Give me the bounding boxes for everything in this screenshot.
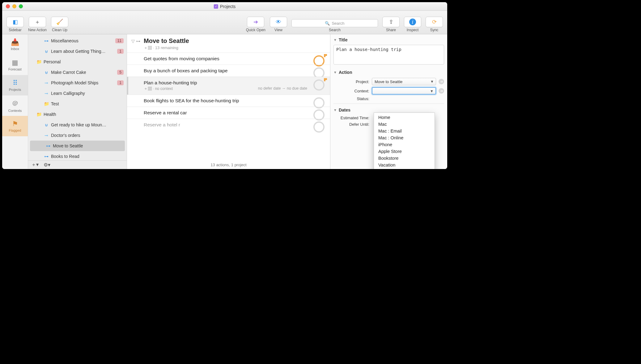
eye-icon: 👁 [276, 19, 281, 25]
sequential-icon: ⊶ [44, 38, 49, 43]
sidebar-list[interactable]: ⊶Miscellaneous11⊍Learn about Getting Thi… [28, 34, 127, 160]
sidebar-item[interactable]: ⊶Move to Seattle [30, 141, 125, 151]
sidebar-item[interactable]: ⊍Learn about Getting Thing…1 [28, 46, 127, 57]
chevron-down-icon: ▼ [430, 89, 434, 93]
sidebar-item-label: Photograph Model Ships [51, 80, 115, 85]
sidebar-item-label: Make Carrot Cake [51, 70, 115, 75]
zoom-window-button[interactable] [19, 4, 23, 8]
task-title: Buy a bunch of boxes and packing tape [144, 68, 325, 74]
dropdown-option[interactable]: Mac : Online [374, 134, 435, 141]
sidebar-item[interactable]: ⊍Get ready to hike up Moun… [28, 120, 127, 130]
dropdown-option[interactable]: Mac [374, 121, 435, 128]
toolbar-label: View [274, 28, 282, 32]
view-button[interactable]: 👁 [270, 17, 287, 27]
task-row[interactable]: Get quotes from moving companies [127, 53, 330, 65]
sidebar-toggle-button[interactable]: ◧ [6, 17, 24, 27]
folder-icon: 📁 [36, 112, 42, 117]
perspective-inbox[interactable]: 📥Inbox [2, 34, 28, 55]
dropdown-option[interactable]: Mac : Email [374, 128, 435, 134]
project-title[interactable]: Move to Seattle [144, 37, 325, 44]
quick-open-button[interactable]: ➔ [247, 17, 264, 27]
sidebar-icon: ◧ [13, 19, 18, 25]
status-bar: 13 actions, 1 project [127, 161, 330, 168]
outline-header: ▽ ⊶ Move to Seattle ＋▦ · 13 remaining [127, 34, 330, 53]
disclosure-controls[interactable]: ▽ ⊶ [131, 39, 140, 44]
app-icon: ✓ [214, 4, 218, 9]
sidebar-item[interactable]: 📁Test [28, 99, 127, 109]
task-row[interactable]: Book flights to SEA for the house-huntin… [127, 95, 330, 107]
share-button[interactable]: ⇪ [382, 17, 400, 27]
toolbar-label: Inspect [407, 28, 419, 32]
broom-icon: 🧹 [56, 19, 63, 25]
dropdown-option[interactable]: Bookstore [374, 155, 435, 162]
sidebar-item[interactable]: ⊸Learn Calligraphy [28, 88, 127, 99]
sidebar-item-label: Test [51, 101, 124, 106]
title-field[interactable] [333, 45, 444, 65]
parallel-icon: ⊍ [44, 49, 49, 54]
dropdown-option[interactable]: Vacation [374, 162, 435, 168]
contexts-icon: ＠ [12, 99, 19, 108]
goto-context-button[interactable]: ➜ [439, 88, 444, 94]
new-action-button[interactable]: ＋ [29, 17, 46, 27]
context-row: Context: ▼ ➜ [333, 87, 444, 95]
parallel-icon: ⊍ [44, 70, 49, 75]
dropdown-option[interactable]: Apple Store [374, 148, 435, 155]
task-row[interactable]: Plan a house-hunting trip＋▦ · no context… [127, 77, 330, 95]
parallel-icon: ⊍ [44, 122, 49, 127]
sidebar-item-label: Doctor's orders [51, 133, 124, 138]
minimize-window-button[interactable] [12, 4, 16, 8]
goto-project-button[interactable]: ➜ [439, 79, 444, 84]
toolbar-label: Share [386, 28, 396, 32]
sidebar-item-label: Move to Seattle [53, 143, 122, 148]
close-window-button[interactable] [6, 4, 10, 8]
sidebar-item[interactable]: ⊸Photograph Model Ships1 [28, 78, 127, 88]
perspective-projects[interactable]: ⠿Projects [2, 75, 28, 95]
context-combo[interactable]: ▼ [372, 87, 436, 95]
search-placeholder: Search [332, 21, 344, 26]
task-row[interactable]: Buy a bunch of boxes and packing tape [127, 65, 330, 77]
project-combo[interactable]: Move to Seattle▼ [372, 78, 436, 85]
add-menu-button[interactable]: ＋▾ [31, 162, 39, 168]
sidebar-item[interactable]: ⊍Make Carrot Cake5 [28, 67, 127, 78]
task-title: Book flights to SEA for the house-huntin… [144, 98, 325, 104]
count-badge: 5 [117, 70, 124, 75]
sync-button[interactable]: ⟳ [426, 17, 443, 27]
context-input[interactable] [375, 89, 429, 93]
sidebar-item-label: Learn about Getting Thing… [51, 49, 115, 54]
perspective-forecast[interactable]: ▦Forecast [2, 55, 28, 75]
task-meta: ＋▦ · no contextno defer date → no due da… [144, 86, 325, 91]
action-section-header[interactable]: ▼Action [333, 69, 444, 76]
search-icon: 🔍 [325, 21, 330, 26]
task-row[interactable]: Reserve a rental car [127, 107, 330, 119]
window-controls [2, 4, 23, 8]
sidebar-item[interactable]: 📁Health [28, 109, 127, 120]
project-label: Project: [333, 79, 369, 84]
count-badge: 11 [115, 38, 124, 43]
sequential-icon: ⊶ [44, 154, 49, 159]
share-icon: ⇪ [389, 19, 393, 25]
inspect-button[interactable]: i [404, 17, 421, 27]
dropdown-option[interactable]: iPhone [374, 141, 435, 148]
context-dropdown[interactable]: HomeMacMac : EmailMac : OnlineiPhoneAppl… [374, 112, 435, 169]
context-label: Context: [333, 89, 369, 93]
perspective-flagged[interactable]: ⚑Flagged [2, 116, 28, 136]
dropdown-option[interactable]: Home [374, 114, 435, 121]
title-section-header[interactable]: ▼Title [333, 36, 444, 44]
sidebar-item[interactable]: ⊶Miscellaneous11 [28, 36, 127, 46]
status-circle[interactable] [313, 121, 325, 133]
arrow-right-icon: ➔ [253, 19, 258, 25]
projects-icon: ⠿ [13, 79, 18, 87]
perspective-contexts[interactable]: ＠Contexts [2, 95, 28, 116]
perspective-label: Projects [9, 88, 21, 91]
sidebar-item[interactable]: ⊸Doctor's orders [28, 130, 127, 141]
search-input[interactable]: 🔍 Search [291, 19, 378, 27]
dropdown-option[interactable]: Vacation : Seattle [374, 168, 435, 169]
status-circle[interactable] [313, 79, 325, 91]
perspective-label: Contexts [8, 109, 22, 112]
task-row[interactable]: Reserve a hotel r [127, 119, 330, 131]
clean-up-button[interactable]: 🧹 [51, 17, 68, 27]
sidebar-item[interactable]: 📁Personal [28, 57, 127, 67]
inbox-icon: 📥 [11, 38, 19, 46]
sidebar-item[interactable]: ⊶Books to Read [28, 151, 127, 160]
gear-menu-button[interactable]: ⚙▾ [44, 162, 50, 168]
